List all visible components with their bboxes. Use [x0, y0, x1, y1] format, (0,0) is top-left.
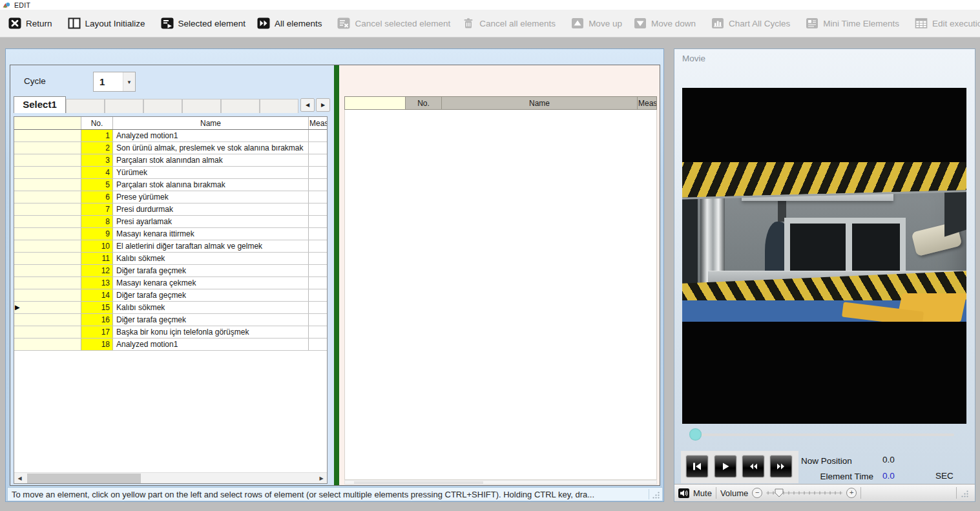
table-row: 16Diğer tarafa geçmek	[14, 314, 327, 326]
row-number-cell[interactable]: 5	[81, 179, 113, 191]
row-number-cell[interactable]: 16	[81, 314, 113, 326]
toolbar-button-move-up: Move up	[565, 12, 628, 34]
measured-cell	[309, 314, 327, 326]
row-number-cell[interactable]: 13	[81, 277, 113, 289]
row-selector-cell[interactable]	[14, 228, 81, 240]
scroll-right-arrow-icon[interactable]: ▶	[316, 473, 327, 483]
edit-window: Cycle 1 ▼ Select1 ◀ ▶ No. Name Meas 1Ana…	[5, 48, 664, 502]
element-name-cell: Yürümek	[113, 167, 309, 178]
row-selector-cell[interactable]	[14, 154, 81, 166]
toolbar-button-return[interactable]: Return	[3, 12, 58, 34]
row-selector-cell[interactable]	[14, 326, 81, 338]
hscrollbar-track[interactable]	[25, 473, 316, 483]
hscrollbar-thumb[interactable]	[27, 474, 141, 483]
row-number-cell[interactable]: 7	[81, 203, 113, 215]
volume-up-button[interactable]: +	[846, 488, 857, 498]
cycle-dropdown-arrow-icon[interactable]: ▼	[123, 72, 135, 91]
row-selector-cell[interactable]	[14, 130, 81, 141]
row-selector-cell[interactable]	[14, 289, 81, 301]
table-row: 10El aletlerini diğer taraftan almak ve …	[14, 240, 327, 253]
fast-forward-button[interactable]	[770, 455, 792, 477]
element-name-cell: Kalıbı sökmek	[113, 302, 309, 313]
resize-grip-icon[interactable]	[961, 489, 969, 497]
tab-scroll-left-button[interactable]: ◀	[300, 98, 315, 112]
volume-slider[interactable]	[766, 488, 842, 497]
table-row: 7Presi durdurmak	[14, 203, 327, 216]
row-selector-cell[interactable]	[14, 179, 81, 191]
status-text: To move an element, click on yellow part…	[8, 490, 646, 499]
row-selector-cell[interactable]	[14, 265, 81, 276]
row-number-cell[interactable]: 14	[81, 289, 113, 301]
column-header-measured: Measu	[638, 97, 656, 109]
row-number-cell[interactable]: 11	[81, 253, 113, 264]
measured-cell	[309, 289, 327, 301]
column-header-no: No.	[406, 97, 442, 109]
seek-slider-thumb[interactable]	[689, 428, 702, 441]
row-number-cell[interactable]: 6	[81, 191, 113, 203]
tab-scroll-right-button[interactable]: ▶	[316, 98, 330, 112]
main-split-area: Cycle 1 ▼ Select1 ◀ ▶ No. Name Meas 1Ana…	[10, 65, 660, 486]
table-row: 17Başka bir konu için telefonla görüşmek	[14, 326, 327, 339]
hscrollbar-thumb[interactable]	[354, 481, 483, 484]
row-selector-cell[interactable]: ▶	[14, 302, 81, 313]
element-name-cell: Parçaları stok alanına bırakmak	[113, 179, 309, 191]
volume-down-button[interactable]: −	[752, 488, 762, 498]
video-frame	[682, 162, 966, 322]
row-selector-cell[interactable]	[14, 142, 81, 154]
now-position-value: 0.0	[882, 455, 895, 464]
toolbar-button-all-elements[interactable]: All elements	[251, 12, 328, 34]
row-number-cell[interactable]: 1	[81, 130, 113, 141]
element-name-cell: Masayı kenara çekmek	[113, 277, 309, 289]
tab-empty	[105, 99, 143, 113]
toolbar-button-label: Cancel selected element	[355, 19, 450, 28]
row-selector-cell[interactable]	[14, 167, 81, 178]
measured-cell	[309, 228, 327, 240]
column-header-rowselector	[14, 117, 81, 129]
screen: { "window": { "title": "EDIT" }, "toolba…	[0, 0, 980, 511]
speaker-icon[interactable]	[678, 488, 689, 498]
row-selector-cell[interactable]	[14, 203, 81, 215]
table-row: 13Masayı kenara çekmek	[14, 277, 327, 289]
row-number-cell[interactable]: 18	[81, 339, 113, 350]
row-number-cell[interactable]: 4	[81, 167, 113, 178]
scroll-left-arrow-icon[interactable]: ◀	[14, 473, 25, 483]
row-number-cell[interactable]: 10	[81, 240, 113, 252]
row-selector-cell[interactable]	[14, 277, 81, 289]
row-selector-cell[interactable]	[14, 339, 81, 350]
row-number-cell[interactable]: 15	[81, 302, 113, 313]
row-number-cell[interactable]: 17	[81, 326, 113, 338]
measured-cell	[309, 339, 327, 350]
row-number-cell[interactable]: 12	[81, 265, 113, 276]
play-button[interactable]	[714, 455, 736, 477]
element-name-cell: Başka bir konu için telefonla görüşmek	[113, 326, 309, 338]
row-number-cell[interactable]: 3	[81, 154, 113, 166]
row-number-cell[interactable]: 2	[81, 142, 113, 154]
target-table-hscrollbar[interactable]	[344, 480, 657, 485]
row-selector-cell[interactable]	[14, 314, 81, 326]
row-selector-cell[interactable]	[14, 253, 81, 264]
table-row: 2Son ürünü almak, preslemek ve stok alan…	[14, 142, 327, 154]
resize-grip-icon[interactable]	[652, 490, 660, 499]
tab-select1[interactable]: Select1	[14, 96, 66, 113]
row-number-cell[interactable]: 8	[81, 216, 113, 227]
table-row: 18Analyzed motion1	[14, 339, 327, 351]
row-selector-cell[interactable]	[14, 191, 81, 203]
row-number-cell[interactable]: 9	[81, 228, 113, 240]
panel-splitter[interactable]	[334, 65, 339, 485]
element-table-hscrollbar[interactable]: ◀ ▶	[14, 472, 327, 483]
measured-cell	[309, 142, 327, 154]
mute-toggle[interactable]: Mute	[693, 488, 712, 498]
cycle-value: 1	[94, 72, 123, 91]
toolbar-button-chart-all-cycles: Chart All Cycles	[705, 12, 796, 34]
toolbar-button-selected-element[interactable]: Selected element	[155, 12, 251, 34]
measured-cell	[309, 240, 327, 252]
seek-slider-track[interactable]	[697, 433, 954, 436]
row-selector-cell[interactable]	[14, 240, 81, 252]
element-table: No. Name Meas 1Analyzed motion12Son ürün…	[14, 116, 328, 484]
toolbar-button-layout-initialize[interactable]: Layout Initialize	[62, 12, 151, 34]
skip-to-start-button[interactable]	[686, 455, 708, 477]
toolbar-button-move-down: Move down	[628, 12, 702, 34]
cycle-dropdown[interactable]: 1 ▼	[93, 72, 136, 92]
row-selector-cell[interactable]	[14, 216, 81, 227]
rewind-button[interactable]	[742, 455, 764, 477]
